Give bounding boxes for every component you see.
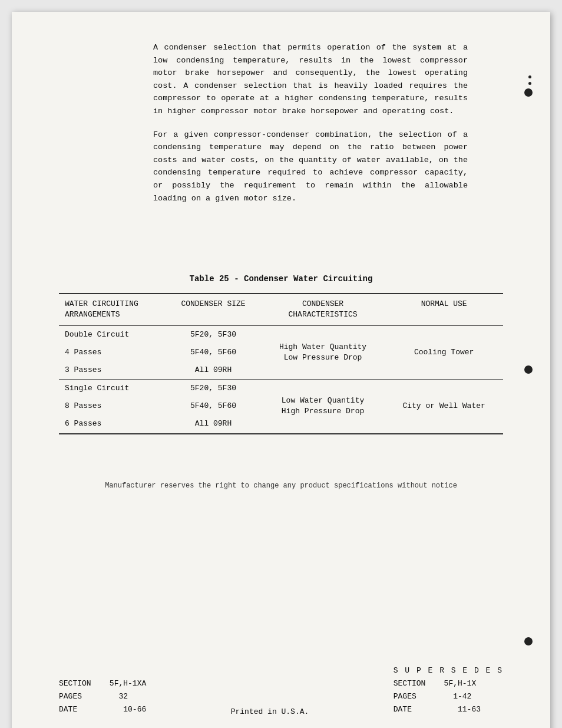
- use-city-well-water: City or Well Water: [385, 380, 503, 434]
- date-value-right: 11-63: [458, 705, 481, 714]
- pages-value-right: 1-42: [453, 692, 471, 701]
- paragraph-1: A condenser selection that permits opera…: [153, 41, 468, 118]
- characteristics-high-water: High Water QuantityLow Pressure Drop: [261, 325, 385, 380]
- dot-decoration-small-2: [528, 82, 531, 85]
- table-title: Table 25 - Condenser Water Circuiting: [59, 274, 503, 284]
- section-label: SECTION: [59, 679, 91, 688]
- bottom-right-info: S U P E R S E D E S SECTION 5F,H-1X PAGE…: [394, 664, 503, 716]
- footer-note: Manufacturer reserves the right to chang…: [59, 482, 503, 490]
- dot-decoration-1: [524, 88, 533, 97]
- bottom-bar: SECTION 5F,H-1XA PAGES 32 DATE 10-66 Pri…: [59, 664, 503, 716]
- dot-decoration-small-1: [528, 75, 531, 78]
- col-header-use: NORMAL USE: [385, 294, 503, 325]
- size-5f20-5f30-2: 5F20, 5F30: [166, 380, 261, 398]
- section-line-right: SECTION 5F,H-1X: [394, 677, 503, 690]
- section-value-right: 5F,H-1X: [444, 679, 477, 688]
- printed-in-usa: Printed in U.S.A.: [231, 707, 309, 716]
- size-5f40-5f60: 5F40, 5F60: [166, 344, 261, 361]
- pages-label-right: PAGES: [394, 692, 416, 701]
- arrangement-single-circuit: Single Circuit: [59, 380, 166, 398]
- table-header-row: WATER CIRCUITINGARRANGEMENTS CONDENSER S…: [59, 294, 503, 325]
- size-all09rh-2: All 09RH: [166, 415, 261, 433]
- dot-decoration-2: [524, 365, 533, 374]
- use-cooling-tower: Cooling Tower: [385, 325, 503, 380]
- arrangement-double-circuit: Double Circuit: [59, 325, 166, 344]
- section-line: SECTION 5F,H-1XA: [59, 677, 146, 690]
- arrangement-8passes: 8 Passes: [59, 397, 166, 415]
- pages-line-right: PAGES 1-42: [394, 690, 503, 703]
- arrangement-6passes: 6 Passes: [59, 415, 166, 433]
- paragraph-2: For a given compressor-condenser combina…: [153, 129, 468, 205]
- condenser-table: WATER CIRCUITINGARRANGEMENTS CONDENSER S…: [59, 293, 503, 434]
- table-row: Single Circuit 5F20, 5F30 Low Water Quan…: [59, 380, 503, 398]
- date-label-right: DATE: [394, 705, 412, 714]
- pages-label: PAGES: [59, 692, 82, 701]
- dot-decoration-3: [524, 637, 533, 645]
- size-all09rh-1: All 09RH: [166, 361, 261, 380]
- page: A condenser selection that permits opera…: [12, 12, 550, 728]
- characteristics-low-water: Low Water QuantityHigh Pressure Drop: [261, 380, 385, 434]
- col-header-size: CONDENSER SIZE: [166, 294, 261, 325]
- date-line-left: DATE 10-66: [59, 703, 146, 716]
- date-line-right: DATE 11-63: [394, 703, 503, 716]
- bottom-left-info: SECTION 5F,H-1XA PAGES 32 DATE 10-66: [59, 677, 146, 716]
- date-value-left: 10-66: [123, 705, 146, 714]
- section-value: 5F,H-1XA: [110, 679, 146, 688]
- size-5f40-5f60-2: 5F40, 5F60: [166, 397, 261, 415]
- arrangement-4passes: 4 Passes: [59, 344, 166, 361]
- col-header-arrangements: WATER CIRCUITINGARRANGEMENTS: [59, 294, 166, 325]
- arrangement-3passes: 3 Passes: [59, 361, 166, 380]
- section-label-right: SECTION: [394, 679, 426, 688]
- table-section: Table 25 - Condenser Water Circuiting WA…: [59, 274, 503, 434]
- col-header-characteristics: CONDENSERCHARACTERISTICS: [261, 294, 385, 325]
- date-label-left: DATE: [59, 705, 77, 714]
- size-5f20-5f30: 5F20, 5F30: [166, 325, 261, 344]
- supersedes-label: S U P E R S E D E S: [394, 664, 503, 677]
- table-row: Double Circuit 5F20, 5F30 High Water Qua…: [59, 325, 503, 344]
- pages-value: 32: [118, 692, 128, 701]
- supersedes-text: S U P E R S E D E S: [394, 666, 503, 675]
- pages-line: PAGES 32: [59, 690, 146, 703]
